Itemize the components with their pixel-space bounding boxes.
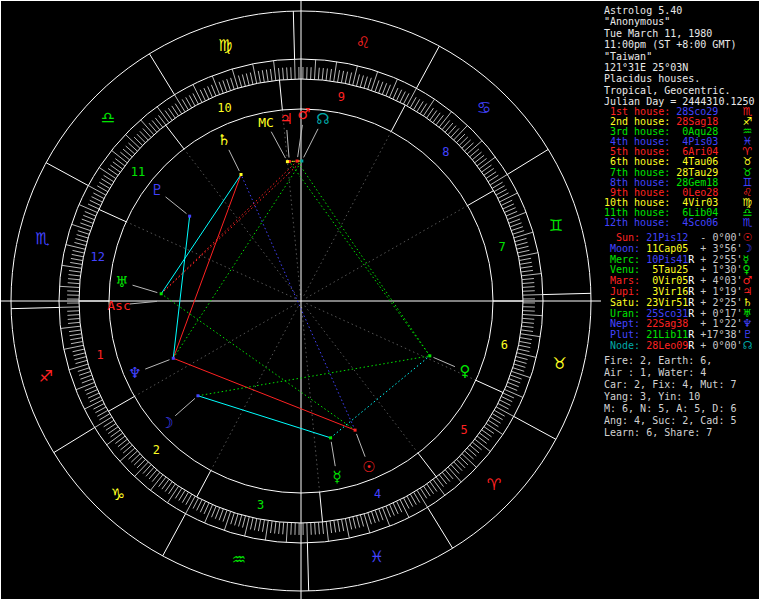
degree-tick	[400, 500, 409, 518]
sign-boundary	[293, 11, 294, 59]
degree-tick	[498, 403, 509, 409]
degree-tick	[279, 68, 280, 80]
degree-tick	[70, 338, 82, 340]
degree-tick	[223, 80, 227, 91]
degree-tick	[134, 462, 148, 477]
degree-tick	[68, 283, 80, 284]
degree-tick	[364, 77, 367, 89]
degree-tick	[311, 523, 312, 535]
aspect-sextile	[331, 356, 430, 438]
degree-tick	[223, 510, 227, 521]
sign-boundary	[543, 293, 591, 294]
degree-tick	[386, 85, 391, 96]
planet-label: Nept:	[604, 318, 646, 329]
degree-tick	[291, 523, 292, 535]
degree-tick	[90, 397, 101, 402]
planet-value: 0Vir05	[646, 275, 688, 286]
degree-tick	[70, 262, 82, 264]
planet-value: 5Tau25	[646, 264, 688, 275]
degree-tick	[262, 520, 264, 532]
degree-tick	[200, 501, 205, 512]
degree-tick	[125, 134, 140, 148]
degree-tick	[68, 279, 80, 280]
degree-tick	[393, 88, 398, 99]
degree-tick	[500, 400, 511, 405]
planet-label: Mars:	[604, 275, 646, 286]
degree-tick	[208, 86, 213, 97]
degree-tick	[80, 375, 91, 379]
degree-tick	[498, 193, 509, 199]
degree-tick	[250, 518, 253, 530]
degree-tick	[382, 83, 386, 94]
house-number-11: 11	[131, 165, 145, 179]
wheel-planet-glyph-saturn: ♄	[217, 131, 230, 149]
degree-tick	[69, 330, 81, 332]
sign-boundary	[149, 54, 174, 95]
planet-velocity: + 4°03'	[694, 275, 742, 286]
stats-line: Learn: 6, Share: 7	[604, 427, 736, 439]
degree-tick	[197, 500, 202, 511]
header-line: Tropical, Geocentric.	[604, 85, 755, 96]
sign-boundary	[514, 416, 556, 439]
pointer-line	[175, 398, 195, 415]
degree-tick	[186, 496, 196, 514]
pointer-line	[229, 150, 239, 171]
planet-label: Satu:	[604, 297, 646, 308]
sign-boundary	[163, 514, 186, 556]
house-cusp	[279, 80, 282, 110]
degree-tick	[379, 509, 383, 520]
pointer-line	[166, 197, 187, 214]
sign-boundary	[428, 507, 453, 548]
degree-tick	[523, 314, 543, 315]
degree-tick	[357, 74, 360, 86]
zodiac-glyph-sagittarius: ♐	[39, 367, 53, 386]
wheel-planet-glyph-venus: ♀	[460, 362, 471, 380]
degree-tick	[390, 505, 395, 516]
degree-tick	[242, 74, 245, 86]
stats-line: Ang: 4, Suc: 2, Cad: 5	[604, 415, 736, 427]
degree-tick	[212, 76, 219, 95]
degree-tick	[314, 59, 315, 79]
degree-tick	[71, 258, 83, 260]
degree-tick	[521, 330, 533, 332]
degree-tick	[246, 73, 249, 85]
degree-tick	[433, 479, 445, 495]
degree-tick	[503, 393, 514, 398]
degree-tick	[386, 506, 391, 517]
sign-glyph-♏: ♏	[742, 218, 755, 228]
aspect-trine	[173, 161, 302, 358]
house-cusp	[418, 453, 436, 477]
degree-tick	[266, 70, 268, 82]
degree-tick	[501, 397, 512, 402]
degree-tick	[520, 262, 532, 264]
zodiac-glyph-gemini: ♊	[549, 216, 563, 235]
degree-tick	[379, 82, 383, 93]
planet-value: 3Vir16	[646, 286, 688, 297]
degree-tick	[393, 503, 398, 514]
degree-tick	[258, 519, 260, 531]
degree-tick	[500, 193, 518, 202]
planet-position-table: Sun: 21Pis12 - 0°00'☉ Moon: 11Cap05 + 3°…	[604, 233, 756, 352]
wheel-planet-glyph-jupiter: ♃	[279, 110, 292, 128]
position-dot	[428, 354, 431, 357]
degree-tick	[88, 186, 106, 196]
degree-tick	[64, 345, 84, 349]
degree-tick	[513, 368, 524, 372]
degree-tick	[68, 275, 80, 276]
degree-tick	[245, 517, 250, 536]
sign-boundary	[307, 543, 308, 591]
wheel-planet-glyph-neptune: ♆	[128, 364, 141, 382]
header-line: "Anonymous"	[604, 16, 755, 27]
position-dot	[188, 215, 191, 218]
degree-tick	[448, 467, 461, 482]
zodiac-glyph-capricorn: ♑	[111, 485, 125, 504]
planet-velocity: + 0°17'	[694, 308, 742, 319]
degree-tick	[204, 503, 209, 514]
degree-tick	[141, 120, 154, 135]
house-cusp	[197, 471, 211, 497]
cusp-extension	[306, 206, 467, 298]
degree-tick	[83, 215, 94, 219]
wheel-planet-glyph-node: ☊	[316, 110, 329, 128]
house-number-9: 9	[338, 90, 345, 104]
degree-tick	[515, 360, 527, 363]
